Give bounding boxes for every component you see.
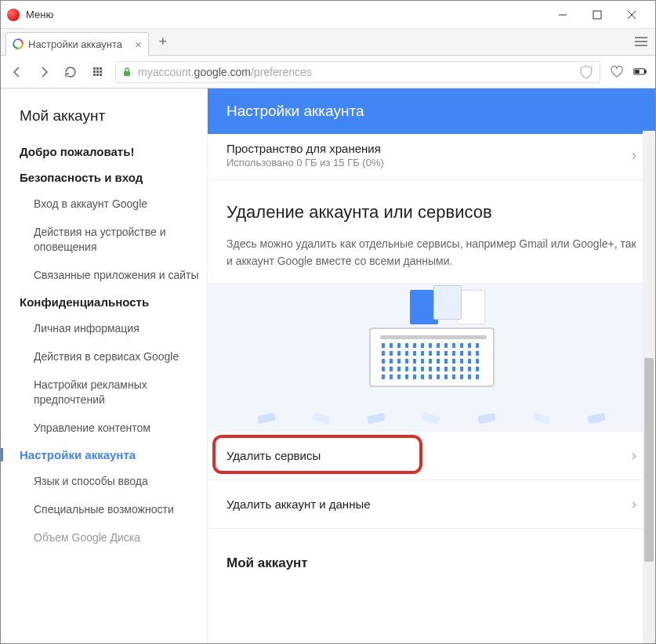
storage-subtitle: Использовано 0 ГБ из 15 ГБ (0%) bbox=[227, 157, 384, 168]
chevron-right-icon: › bbox=[632, 147, 636, 164]
svg-rect-11 bbox=[636, 71, 639, 74]
lock-icon bbox=[122, 67, 132, 77]
address-bar[interactable]: myaccount.google.com/preferences bbox=[115, 61, 600, 83]
sidebar-item[interactable]: Действия на устройстве и оповещения bbox=[20, 225, 207, 255]
sidebar-section-account-settings[interactable]: Настройки аккаунта bbox=[1, 448, 207, 461]
page-title: Настройки аккаунта bbox=[208, 89, 655, 134]
sidebar-item[interactable]: Действия в сервисах Google bbox=[20, 349, 207, 365]
tab-title: Настройки аккаунта bbox=[28, 38, 122, 50]
svg-rect-8 bbox=[124, 71, 130, 76]
delete-services-row[interactable]: Удалить сервисы › bbox=[208, 432, 655, 480]
sidebar-title: Мой аккаунт bbox=[20, 107, 207, 125]
battery-icon[interactable] bbox=[633, 65, 647, 79]
heart-icon[interactable] bbox=[610, 65, 624, 79]
shredder-illustration bbox=[208, 283, 655, 432]
delete-account-row[interactable]: Удалить аккаунт и данные › bbox=[208, 480, 655, 529]
sidebar-item[interactable]: Язык и способы ввода bbox=[20, 474, 207, 490]
sidebar-item[interactable]: Объем Google Диска bbox=[20, 530, 207, 546]
sidebar-section-welcome[interactable]: Добро пожаловать! bbox=[20, 145, 207, 158]
sidebar-section-privacy[interactable]: Конфиденциальность bbox=[20, 295, 207, 309]
delete-section-title: Удаление аккаунта или сервисов bbox=[227, 202, 636, 223]
tab-menu-icon[interactable] bbox=[635, 35, 647, 49]
svg-rect-10 bbox=[644, 71, 646, 74]
scrollbar[interactable] bbox=[643, 131, 655, 643]
menu-button[interactable]: Меню bbox=[26, 9, 53, 20]
delete-account-label: Удалить аккаунт и данные bbox=[227, 497, 371, 511]
storage-title: Пространство для хранения bbox=[227, 142, 384, 155]
chevron-right-icon: › bbox=[632, 447, 636, 464]
scrollbar-thumb[interactable] bbox=[644, 358, 654, 562]
address-text: myaccount.google.com/preferences bbox=[138, 66, 312, 78]
storage-row[interactable]: Пространство для хранения Использовано 0… bbox=[208, 134, 655, 180]
delete-section-desc: Здесь можно удалить как отдельные сервис… bbox=[227, 235, 636, 270]
my-account-section: Мой аккаунт bbox=[208, 529, 655, 582]
reload-button[interactable] bbox=[62, 63, 79, 81]
svg-rect-1 bbox=[593, 11, 601, 19]
sidebar-item[interactable]: Специальные возможности bbox=[20, 502, 207, 518]
chevron-right-icon: › bbox=[632, 496, 636, 512]
minimize-button[interactable] bbox=[545, 1, 580, 29]
forward-button[interactable] bbox=[35, 63, 53, 81]
sidebar-item[interactable]: Связанные приложения и сайты bbox=[20, 268, 207, 284]
sidebar-item[interactable]: Управление контентом bbox=[20, 421, 207, 436]
sidebar-item[interactable]: Вход в аккаунт Google bbox=[20, 197, 207, 212]
opera-logo-icon bbox=[7, 9, 20, 21]
maximize-button[interactable] bbox=[580, 1, 614, 29]
sidebar-item[interactable]: Личная информация bbox=[20, 321, 207, 337]
shield-icon[interactable] bbox=[579, 65, 593, 79]
sidebar-section-security[interactable]: Безопасность и вход bbox=[20, 171, 207, 184]
back-button[interactable] bbox=[9, 63, 26, 81]
tab-active[interactable]: Настройки аккаунта × bbox=[5, 32, 149, 56]
delete-services-label: Удалить сервисы bbox=[227, 449, 321, 462]
speed-dial-button[interactable] bbox=[89, 63, 106, 81]
tab-close-icon[interactable]: × bbox=[135, 38, 142, 51]
sidebar-item[interactable]: Настройки рекламных предпочтений bbox=[20, 378, 207, 408]
new-tab-button[interactable]: + bbox=[152, 31, 174, 53]
google-favicon-icon bbox=[13, 38, 24, 49]
close-button[interactable] bbox=[614, 1, 649, 29]
